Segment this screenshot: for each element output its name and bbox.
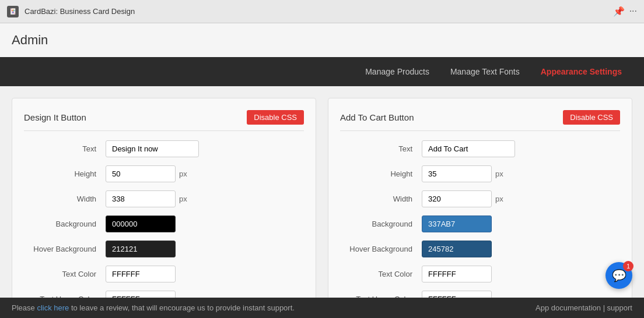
design-it-text-color-row: Text Color	[24, 266, 304, 282]
design-it-background-row: Background 000000	[24, 215, 304, 232]
add-to-cart-card-title: Add To Cart Button	[340, 112, 414, 122]
add-to-cart-hover-bg-row: Hover Background 245782	[340, 241, 620, 257]
more-options-icon[interactable]: ···	[629, 6, 637, 17]
chat-bubble[interactable]: 1 💬	[606, 262, 632, 289]
design-it-button-card: Design It Button Disable CSS Text Height…	[12, 98, 316, 318]
add-to-cart-background-row: Background 337AB7	[340, 215, 620, 232]
add-to-cart-width-row: Width px	[340, 190, 620, 207]
design-it-text-row: Text	[24, 140, 304, 157]
add-to-cart-disable-btn[interactable]: Disable CSS	[563, 110, 620, 125]
browser-favicon: 🃏	[7, 6, 19, 17]
bottom-message: Please click here to leave a review, tha…	[12, 303, 295, 312]
add-to-cart-text-color-label: Text Color	[340, 270, 422, 278]
add-to-cart-bg-swatch[interactable]: 337AB7	[422, 215, 492, 232]
page-header: Admin	[0, 23, 644, 57]
nav-bar: Manage Products Manage Text Fonts Appear…	[0, 57, 644, 86]
design-it-text-color-input[interactable]	[106, 266, 176, 282]
design-it-height-label: Height	[24, 169, 106, 178]
bottom-message-suffix: to leave a review, that will encourage u…	[69, 303, 295, 312]
design-it-width-unit: px	[179, 195, 187, 203]
design-it-disable-btn[interactable]: Disable CSS	[247, 110, 304, 125]
design-it-height-row: Height px	[24, 165, 304, 182]
add-to-cart-text-row: Text	[340, 140, 620, 157]
add-to-cart-button-card: Add To Cart Button Disable CSS Text Heig…	[328, 98, 632, 318]
admin-title: Admin	[12, 33, 48, 47]
add-to-cart-width-unit: px	[495, 195, 503, 203]
main-content: Design It Button Disable CSS Text Height…	[0, 86, 644, 318]
app-documentation-link[interactable]: App documentation | support	[536, 303, 632, 312]
chat-icon: 💬	[612, 268, 626, 282]
design-it-hover-bg-label: Hover Background	[24, 245, 106, 253]
design-it-width-input[interactable]	[106, 190, 176, 207]
add-to-cart-text-label: Text	[340, 144, 422, 153]
design-it-width-row: Width px	[24, 190, 304, 207]
add-to-cart-width-input[interactable]	[422, 190, 492, 207]
add-to-cart-text-color-input[interactable]	[422, 266, 492, 282]
add-to-cart-text-color-row: Text Color	[340, 266, 620, 282]
add-to-cart-text-input[interactable]	[422, 140, 515, 157]
add-to-cart-height-unit: px	[495, 169, 503, 178]
nav-appearance-settings[interactable]: Appearance Settings	[530, 57, 632, 86]
add-to-cart-bg-label: Background	[340, 220, 422, 228]
design-it-hover-bg-swatch[interactable]: 212121	[106, 241, 176, 257]
add-to-cart-height-label: Height	[340, 169, 422, 178]
add-to-cart-height-input[interactable]	[422, 165, 492, 182]
design-it-text-input[interactable]	[106, 140, 199, 157]
design-it-text-color-label: Text Color	[24, 270, 106, 278]
add-to-cart-hover-bg-label: Hover Background	[340, 245, 422, 253]
design-it-bg-label: Background	[24, 220, 106, 228]
bottom-bar: Please click here to leave a review, tha…	[0, 298, 644, 318]
bottom-message-prefix: Please	[12, 303, 37, 312]
design-it-width-label: Width	[24, 195, 106, 203]
browser-actions: 📌 ···	[613, 6, 637, 17]
browser-title: CardBazi: Business Card Design	[24, 7, 607, 16]
click-here-link[interactable]: click here	[37, 303, 69, 312]
nav-manage-text-fonts[interactable]: Manage Text Fonts	[440, 57, 530, 86]
design-it-hover-bg-row: Hover Background 212121	[24, 241, 304, 257]
design-it-height-unit: px	[179, 169, 187, 178]
browser-bar: 🃏 CardBazi: Business Card Design 📌 ···	[0, 0, 644, 23]
add-to-cart-card-header: Add To Cart Button Disable CSS	[340, 110, 620, 131]
nav-manage-products[interactable]: Manage Products	[355, 57, 440, 86]
design-it-card-header: Design It Button Disable CSS	[24, 110, 304, 131]
bottom-right-link: App documentation | support	[536, 303, 632, 312]
design-it-text-label: Text	[24, 144, 106, 153]
design-it-height-input[interactable]	[106, 165, 176, 182]
chat-badge: 1	[623, 261, 634, 271]
add-to-cart-width-label: Width	[340, 195, 422, 203]
pin-icon[interactable]: 📌	[613, 6, 625, 17]
design-it-bg-swatch[interactable]: 000000	[106, 215, 176, 232]
add-to-cart-hover-bg-swatch[interactable]: 245782	[422, 241, 492, 257]
design-it-card-title: Design It Button	[24, 112, 86, 122]
add-to-cart-height-row: Height px	[340, 165, 620, 182]
